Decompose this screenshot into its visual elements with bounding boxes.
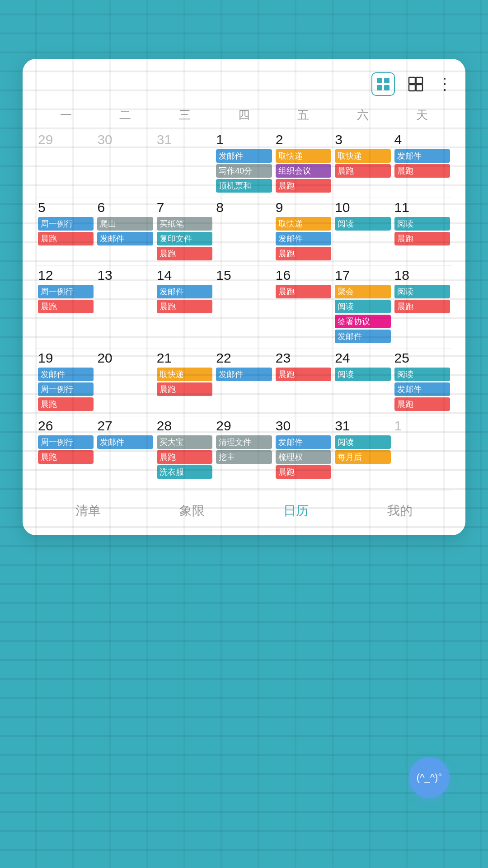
calendar-day[interactable]: 26周一例行晨跑	[36, 416, 95, 484]
calendar-day[interactable]: 4发邮件晨跑	[393, 130, 452, 198]
event-tag[interactable]: 周一例行	[38, 382, 94, 396]
event-tag[interactable]: 晨跑	[38, 450, 94, 464]
more-options-button[interactable]: ⋮	[436, 75, 452, 94]
event-tag[interactable]: 发邮件	[394, 149, 450, 163]
event-tag[interactable]: 晨跑	[276, 179, 331, 193]
event-tag[interactable]: 阅读	[394, 285, 450, 298]
event-tag[interactable]: 晨跑	[276, 247, 331, 260]
calendar-day[interactable]: 2取快递组织会议晨跑	[274, 130, 333, 198]
event-tag[interactable]: 晨跑	[38, 397, 94, 411]
nav-item-象限[interactable]: 象限	[179, 502, 205, 519]
event-tag[interactable]: 取快递	[276, 217, 331, 231]
calendar-day[interactable]: 5周一例行晨跑	[36, 198, 95, 265]
event-tag[interactable]: 买大宝	[157, 435, 212, 449]
calendar-day[interactable]: 6爬山发邮件	[95, 198, 155, 265]
calendar-day[interactable]: 9取快递发邮件晨跑	[274, 198, 333, 265]
calendar-day[interactable]: 1发邮件写作40分顶机票和	[214, 130, 273, 198]
calendar-day[interactable]: 23晨跑	[274, 348, 333, 416]
event-tag[interactable]: 取快递	[157, 368, 212, 381]
event-tag[interactable]: 阅读	[335, 435, 390, 449]
event-tag[interactable]: 晨跑	[394, 397, 450, 411]
event-tag[interactable]: 周一例行	[38, 435, 94, 449]
calendar-day[interactable]: 15	[214, 265, 273, 348]
event-tag[interactable]: 复印文件	[157, 232, 212, 245]
event-tag[interactable]: 晨跑	[394, 300, 450, 313]
event-tag[interactable]: 晨跑	[335, 164, 390, 178]
event-tag[interactable]: 买纸笔	[157, 217, 212, 231]
calendar-day[interactable]: 24阅读	[333, 348, 392, 416]
event-tag[interactable]: 梳理权	[276, 450, 331, 464]
event-tag[interactable]: 聚会	[335, 285, 390, 298]
calendar-day[interactable]: 13	[95, 265, 155, 348]
event-tag[interactable]: 阅读	[394, 368, 450, 381]
calendar-day[interactable]: 22发邮件	[214, 348, 273, 416]
nav-item-日历[interactable]: 日历	[283, 502, 309, 519]
event-tag[interactable]: 晨跑	[394, 232, 450, 245]
event-tag[interactable]: 发邮件	[276, 435, 331, 449]
calendar-day[interactable]: 18阅读晨跑	[393, 265, 452, 348]
calendar-day[interactable]: 30发邮件梳理权晨跑	[274, 416, 333, 484]
calendar-day[interactable]: 27发邮件	[95, 416, 155, 484]
event-tag[interactable]: 晨跑	[157, 382, 212, 396]
event-tag[interactable]: 晨跑	[394, 164, 450, 178]
event-tag[interactable]: 发邮件	[335, 330, 390, 343]
event-tag[interactable]: 发邮件	[394, 382, 450, 396]
event-tag[interactable]: 发邮件	[157, 285, 212, 298]
event-tag[interactable]: 晨跑	[38, 300, 94, 313]
list-view-button[interactable]	[404, 72, 427, 96]
event-tag[interactable]: 组织会议	[276, 164, 331, 178]
event-tag[interactable]: 顶机票和	[216, 179, 272, 193]
grid-view-active-button[interactable]	[371, 72, 395, 96]
calendar-day[interactable]: 29	[36, 130, 95, 198]
event-tag[interactable]: 阅读	[335, 368, 390, 381]
event-tag[interactable]: 周一例行	[38, 285, 94, 298]
event-tag[interactable]: 每月后	[335, 450, 390, 464]
calendar-day[interactable]: 31	[155, 130, 214, 198]
event-tag[interactable]: 发邮件	[216, 149, 272, 163]
nav-item-清单[interactable]: 清单	[75, 502, 101, 519]
event-tag[interactable]: 发邮件	[38, 368, 94, 381]
event-tag[interactable]: 取快递	[335, 149, 390, 163]
event-tag[interactable]: 晨跑	[157, 247, 212, 260]
calendar-day[interactable]: 17聚会阅读签署协议发邮件	[333, 265, 392, 348]
calendar-day[interactable]: 20	[95, 348, 155, 416]
event-tag[interactable]: 晨跑	[157, 300, 212, 313]
event-tag[interactable]: 发邮件	[216, 368, 272, 381]
event-tag[interactable]: 晨跑	[38, 232, 94, 245]
event-tag[interactable]: 写作40分	[216, 164, 272, 178]
calendar-day[interactable]: 28买大宝晨跑洗衣服	[155, 416, 214, 484]
calendar-day[interactable]: 3取快递晨跑	[333, 130, 392, 198]
event-tag[interactable]: 签署协议	[335, 315, 390, 328]
calendar-day[interactable]: 29清理文件挖主	[214, 416, 273, 484]
event-tag[interactable]: 晨跑	[276, 285, 331, 298]
event-tag[interactable]: 晨跑	[157, 450, 212, 464]
calendar-day[interactable]: 25阅读发邮件晨跑	[393, 348, 452, 416]
event-tag[interactable]: 取快递	[276, 149, 331, 163]
event-tag[interactable]: 发邮件	[276, 232, 331, 245]
calendar-day[interactable]: 7买纸笔复印文件晨跑	[155, 198, 214, 265]
nav-item-我的[interactable]: 我的	[387, 502, 413, 519]
fab-button[interactable]: (^_^)°	[409, 757, 450, 798]
calendar-day[interactable]: 1	[393, 416, 452, 484]
calendar-day[interactable]: 16晨跑	[274, 265, 333, 348]
event-tag[interactable]: 阅读	[335, 300, 390, 313]
calendar-day[interactable]: 12周一例行晨跑	[36, 265, 95, 348]
event-tag[interactable]: 阅读	[394, 217, 450, 231]
calendar-day[interactable]: 30	[95, 130, 155, 198]
calendar-day[interactable]: 19发邮件周一例行晨跑	[36, 348, 95, 416]
event-tag[interactable]: 挖主	[216, 450, 272, 464]
calendar-day[interactable]: 14发邮件晨跑	[155, 265, 214, 348]
calendar-day[interactable]: 11阅读晨跑	[393, 198, 452, 265]
event-tag[interactable]: 发邮件	[97, 435, 153, 449]
event-tag[interactable]: 清理文件	[216, 435, 272, 449]
calendar-day[interactable]: 21取快递晨跑	[155, 348, 214, 416]
event-tag[interactable]: 爬山	[97, 217, 153, 231]
event-tag[interactable]: 洗衣服	[157, 465, 212, 479]
event-tag[interactable]: 晨跑	[276, 368, 331, 381]
event-tag[interactable]: 阅读	[335, 217, 390, 231]
calendar-day[interactable]: 31阅读每月后	[333, 416, 392, 484]
calendar-day[interactable]: 10阅读	[333, 198, 392, 265]
event-tag[interactable]: 晨跑	[276, 465, 331, 479]
event-tag[interactable]: 周一例行	[38, 217, 94, 231]
calendar-day[interactable]: 8	[214, 198, 273, 265]
